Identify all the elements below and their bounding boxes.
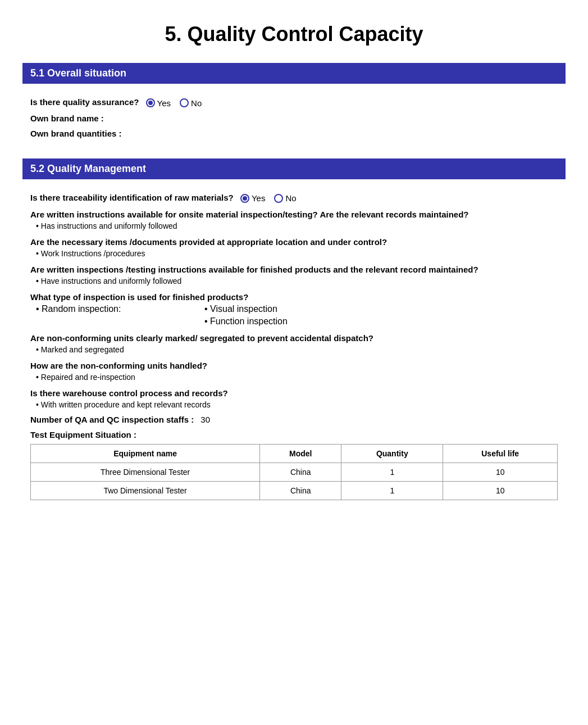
qa-staff-value: 30 [200,415,210,424]
quality-assurance-options[interactable]: Yes No [146,98,202,108]
table-row: Two Dimensional TesterChina110 [31,482,558,500]
question-3: Are written inspections /testing instruc… [30,265,558,274]
table-cell-1-1: China [260,482,341,500]
answer-7: With written procedure and kept relevant… [36,400,558,409]
table-header-row: Equipment name Model Quantity Useful lif… [31,445,558,463]
answer-4-right2: Function inspection [204,316,288,327]
table-cell-1-2: 1 [341,482,443,500]
traceability-options[interactable]: Yes No [240,193,297,203]
quality-assurance-yes-radio[interactable] [146,98,155,107]
traceability-yes-radio[interactable] [240,194,249,203]
traceability-label: Is there traceability identification of … [30,193,234,202]
answer-3: Have instructions and uniformly followed [36,277,558,286]
col-header-model: Model [260,445,341,463]
table-row: Three Dimensional TesterChina110 [31,463,558,482]
col-header-useful-life: Useful life [443,445,558,463]
traceability-no-label: No [285,193,296,203]
table-cell-0-0: Three Dimensional Tester [31,463,260,482]
answer-4-right1: Visual inspection [204,304,288,314]
table-cell-0-2: 1 [341,463,443,482]
quality-assurance-no-radio[interactable] [180,98,189,107]
test-equipment-label: Test Equipment Situation : [30,430,558,439]
answer-2: Work Instructions /procedures [36,249,558,258]
equipment-table-body: Three Dimensional TesterChina110Two Dime… [31,463,558,500]
question-2: Are the necessary items /documents provi… [30,237,558,247]
question-5: Are non-conforming units clearly marked/… [30,333,558,343]
section-51: 5.1 Overall situation Is there quality a… [22,63,566,153]
answer-1: Has instructions and uniformly followed [36,221,558,230]
quality-assurance-yes-label: Yes [157,98,171,108]
own-brand-name-row: Own brand name : [30,114,558,123]
quality-assurance-no-label: No [191,98,202,108]
table-cell-0-1: China [260,463,341,482]
table-cell-1-3: 10 [443,482,558,500]
col-header-equipment: Equipment name [31,445,260,463]
col-header-quantity: Quantity [341,445,443,463]
section-51-header: 5.1 Overall situation [22,63,566,84]
question-6: How are the non-conforming units handled… [30,361,558,370]
section-52-content: Is there traceability identification of … [22,188,566,510]
quality-assurance-row: Is there quality assurance? Yes No [30,97,558,108]
question-4: What type of inspection is used for fini… [30,292,558,302]
quality-assurance-no-option[interactable]: No [180,98,202,108]
section-52-header: 5.2 Quality Management [22,158,566,179]
own-brand-name-label: Own brand name : [30,114,104,123]
own-brand-quantities-label: Own brand quantities : [30,129,122,138]
table-cell-1-0: Two Dimensional Tester [31,482,260,500]
traceability-yes-option[interactable]: Yes [240,193,265,203]
answer-4-container: Random inspection: Visual inspection Fun… [36,304,558,327]
traceability-yes-label: Yes [252,193,265,203]
traceability-no-radio[interactable] [274,194,283,203]
qa-staff-label: Number of QA and QC inspection staffs : [30,415,194,424]
question-1: Are written instructions available for o… [30,210,558,219]
equipment-table: Equipment name Model Quantity Useful lif… [30,444,558,500]
answer-6: Repaired and re-inspection [36,373,558,382]
quality-assurance-yes-option[interactable]: Yes [146,98,171,108]
page-title: 5. Quality Control Capacity [22,17,566,52]
question-7: Is there warehouse control process and r… [30,388,558,398]
traceability-row: Is there traceability identification of … [30,193,558,203]
quality-assurance-label: Is there quality assurance? [30,97,139,107]
own-brand-quantities-row: Own brand quantities : [30,129,558,138]
section-51-content: Is there quality assurance? Yes No Own b… [22,93,566,153]
section-52: 5.2 Quality Management Is there traceabi… [22,158,566,510]
answer-5: Marked and segregated [36,345,558,354]
answer-4-left: Random inspection: [36,304,204,327]
answer-4-left-text: Random inspection: [36,304,121,314]
table-cell-0-3: 10 [443,463,558,482]
answer-4-right: Visual inspection Function inspection [204,304,288,327]
qa-staff-row: Number of QA and QC inspection staffs : … [30,415,558,424]
traceability-no-option[interactable]: No [274,193,296,203]
